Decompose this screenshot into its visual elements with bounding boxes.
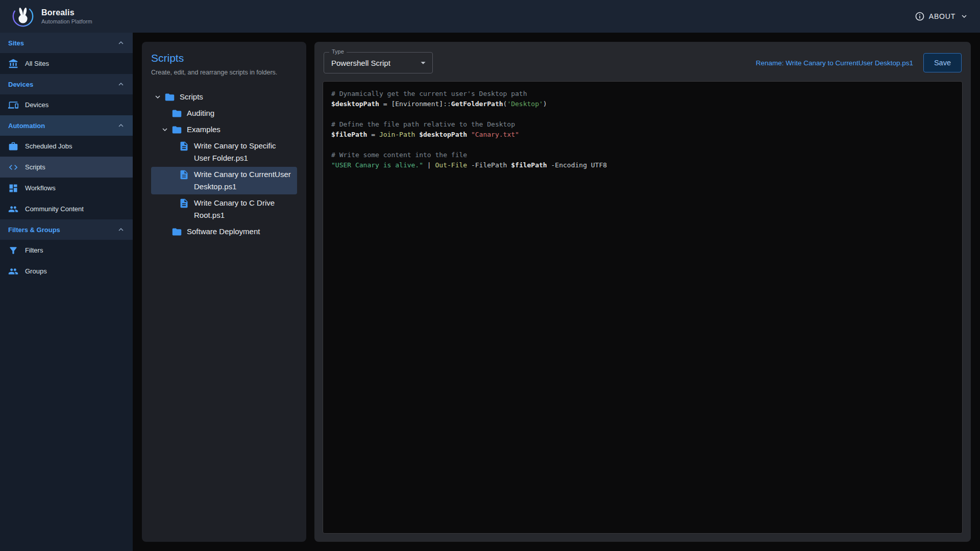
tree-indent — [165, 140, 179, 152]
code-token — [467, 131, 471, 138]
tree-indent — [165, 197, 179, 209]
tree-item-write-canary-to-currentuser-desktop-ps1[interactable]: Write Canary to CurrentUser Desktop.ps1 — [151, 167, 297, 194]
tree-item-label: Write Canary to Specific User Folder.ps1 — [194, 140, 291, 164]
chevron-down-icon[interactable] — [158, 123, 172, 136]
code-line: # Write some content into the file — [331, 150, 954, 160]
code-token: $filePath — [511, 161, 547, 169]
code-line: # Define the file path relative to the D… — [331, 119, 954, 130]
tree-item-write-canary-to-specific-user-folder-ps1[interactable]: Write Canary to Specific User Folder.ps1 — [151, 138, 297, 166]
sidebar-item-filters[interactable]: Filters — [0, 240, 133, 261]
code-token: | — [423, 161, 435, 169]
brand[interactable]: Borealis Automation Platform — [11, 5, 92, 28]
code-token: -FilePath — [471, 161, 507, 169]
tree-indent — [158, 107, 172, 119]
code-icon — [8, 162, 18, 172]
tree-item-label: Examples — [187, 123, 220, 136]
main-content: Scripts Create, edit, and rearrange scri… — [133, 33, 980, 551]
code-token: "USER Canary is alive." — [331, 161, 423, 169]
sidebar-item-label: All Sites — [25, 60, 49, 67]
panel-subtitle: Create, edit, and rearrange scripts in f… — [151, 69, 297, 76]
sidebar-item-workflows[interactable]: Workflows — [0, 178, 133, 198]
sidebar-section-devices[interactable]: Devices — [0, 74, 133, 94]
code-line — [331, 109, 954, 119]
sidebar: SitesAll SitesDevicesDevicesAutomationSc… — [0, 33, 133, 551]
folder-icon — [172, 227, 182, 237]
script-type-select[interactable]: Type Powershell Script — [324, 52, 433, 73]
tree-item-auditing[interactable]: Auditing — [151, 106, 297, 121]
code-editor[interactable]: # Dynamically get the current user's Des… — [323, 81, 963, 534]
code-line: # Dynamically get the current user's Des… — [331, 89, 954, 99]
people-icon — [8, 204, 18, 214]
code-token: = — [379, 100, 391, 108]
code-token: "Canary.txt" — [471, 131, 519, 138]
chevron-down-icon — [960, 12, 969, 21]
chevron-up-icon — [116, 225, 126, 234]
devices-icon — [8, 100, 18, 110]
groups-icon — [8, 266, 18, 277]
code-token: $desktopPath — [419, 131, 467, 138]
panel-title: Scripts — [151, 52, 297, 64]
app-root: Borealis Automation Platform ABOUT Sites… — [0, 0, 980, 551]
borealis-logo-icon — [11, 5, 35, 28]
tree-item-label: Write Canary to C Drive Root.ps1 — [194, 197, 291, 221]
code-token: $desktopPath — [331, 100, 379, 108]
code-token: ) — [543, 100, 547, 108]
tree-item-examples[interactable]: Examples — [151, 122, 297, 137]
sidebar-section-label: Sites — [8, 39, 24, 47]
sidebar-item-label: Filters — [25, 246, 43, 254]
info-icon — [915, 11, 925, 21]
tree-item-scripts[interactable]: Scripts — [151, 89, 297, 105]
tree-item-label: Write Canary to CurrentUser Desktop.ps1 — [194, 168, 291, 193]
sidebar-section-sites[interactable]: Sites — [0, 33, 133, 53]
type-select-value: Powershell Script — [331, 59, 390, 67]
tree-item-label: Scripts — [180, 91, 203, 103]
about-menu-button[interactable]: ABOUT — [915, 11, 969, 21]
sidebar-item-scripts[interactable]: Scripts — [0, 157, 133, 178]
sidebar-section-filters-groups[interactable]: Filters & Groups — [0, 219, 133, 240]
topbar: Borealis Automation Platform ABOUT — [0, 0, 980, 33]
code-token: 'Desktop' — [507, 100, 543, 108]
brand-text: Borealis Automation Platform — [41, 8, 92, 24]
code-token: GetFolderPath — [451, 100, 503, 108]
sidebar-section-label: Devices — [8, 81, 33, 88]
code-token — [467, 161, 471, 169]
sidebar-item-all-sites[interactable]: All Sites — [0, 53, 133, 74]
tree-item-software-deployment[interactable]: Software Deployment — [151, 224, 297, 239]
sidebar-item-devices[interactable]: Devices — [0, 94, 133, 115]
chevron-down-icon[interactable] — [151, 91, 164, 103]
sidebar-item-community-content[interactable]: Community Content — [0, 198, 133, 219]
sidebar-item-label: Devices — [25, 101, 48, 109]
sidebar-item-label: Community Content — [25, 205, 84, 213]
code-token: # Write some content into the file — [331, 151, 467, 159]
code-token: # Dynamically get the current user's Des… — [331, 90, 527, 97]
folder-icon — [172, 108, 182, 119]
sidebar-item-label: Groups — [25, 267, 47, 275]
code-token: = — [367, 131, 379, 138]
file-icon — [179, 141, 189, 152]
building-icon — [8, 59, 18, 69]
code-line: $filePath = Join-Path $desktopPath "Cana… — [331, 130, 954, 140]
app-body: SitesAll SitesDevicesDevicesAutomationSc… — [0, 33, 980, 551]
sidebar-item-groups[interactable]: Groups — [0, 261, 133, 282]
script-tree: ScriptsAuditingExamplesWrite Canary to S… — [151, 89, 297, 534]
topbar-right: ABOUT — [915, 11, 969, 21]
tree-indent — [158, 226, 172, 238]
sidebar-item-scheduled-jobs[interactable]: Scheduled Jobs — [0, 136, 133, 157]
sidebar-section-automation[interactable]: Automation — [0, 115, 133, 136]
save-button[interactable]: Save — [923, 53, 962, 72]
tree-item-write-canary-to-c-drive-root-ps1[interactable]: Write Canary to C Drive Root.ps1 — [151, 195, 297, 223]
file-icon — [179, 169, 189, 180]
editor-header: Type Powershell Script Rename: Write Can… — [324, 52, 962, 73]
code-token: :: — [443, 100, 451, 108]
tree-item-label: Auditing — [187, 107, 214, 119]
rename-link[interactable]: Rename: Write Canary to CurrentUser Desk… — [756, 59, 913, 67]
folder-icon — [172, 124, 182, 135]
tree-item-label: Software Deployment — [187, 226, 260, 238]
script-editor-panel: Type Powershell Script Rename: Write Can… — [314, 42, 971, 542]
briefcase-icon — [8, 141, 18, 152]
sidebar-item-label: Workflows — [25, 184, 56, 192]
chevron-up-icon — [116, 121, 126, 130]
code-token: Join-Path — [379, 131, 415, 138]
code-token: Out-File — [435, 161, 468, 169]
code-token: -Encoding — [551, 161, 587, 169]
